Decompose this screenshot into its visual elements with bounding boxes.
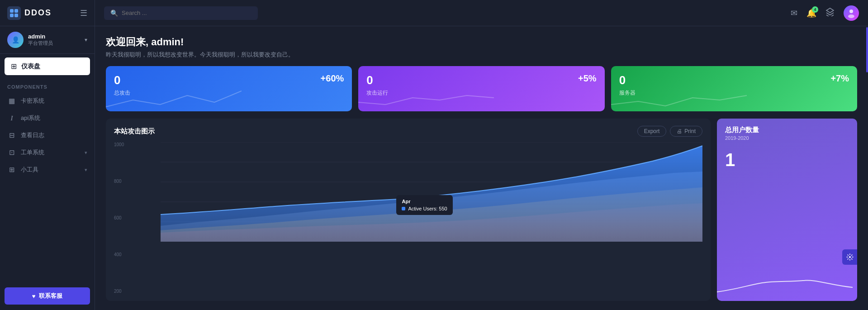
svg-rect-0: [10, 9, 14, 13]
stat-card-total-attacks: 0 总攻击 +60%: [106, 66, 352, 111]
user-role: 平台管理员: [28, 40, 80, 47]
user-details: admin 平台管理员: [28, 33, 80, 47]
logs-label: 查看日志: [21, 131, 83, 139]
print-label: Print: [684, 128, 696, 134]
stats-row: 0 总攻击 +60% 0 攻击运行 +5%: [106, 66, 857, 111]
user-info: 👤 admin 平台管理员 ▾: [0, 26, 95, 54]
user-count-title: 总用户数量: [725, 126, 849, 134]
avatar: 👤: [7, 32, 24, 48]
chart-actions: Export 🖨 Print: [637, 126, 702, 137]
export-label: Export: [644, 128, 660, 134]
logo-label: DDOS: [24, 8, 52, 18]
area-chart: [114, 142, 702, 242]
card-system-icon: ▦: [7, 97, 16, 105]
tools-label: 小工具: [21, 166, 80, 174]
sidebar-item-logs[interactable]: ⊟ 查看日志: [0, 127, 95, 144]
notification-button[interactable]: 🔔 4: [806, 8, 816, 18]
svg-point-4: [849, 10, 853, 13]
stat-card-running-attacks: 0 攻击运行 +5%: [358, 66, 604, 111]
dashboard-icon: ⊞: [11, 62, 17, 71]
tools-icon: ⊞: [7, 166, 16, 174]
notification-badge: 4: [812, 6, 818, 13]
welcome-subtitle: 昨天我很聪明，所以我想改变世界。今天我很聪明，所以我要改变自己。: [106, 51, 857, 59]
chart-title: 本站攻击图示: [114, 127, 155, 136]
user-count-panel: 总用户数量 2019-2020 1: [717, 119, 857, 301]
user-panel-chart: [717, 265, 853, 301]
user-count-number: 1: [725, 150, 849, 170]
y-axis: 1000 800 600 400 200: [114, 142, 132, 294]
hamburger-button[interactable]: ☰: [80, 8, 87, 18]
lower-row: 本站攻击图示 Export 🖨 Print 1000: [106, 119, 857, 301]
heart-icon: ♥: [32, 293, 36, 300]
y-label-400: 400: [114, 252, 132, 257]
user-count-year: 2019-2020: [725, 135, 849, 141]
svg-point-5: [848, 14, 854, 18]
chevron-down-icon: ▾: [85, 150, 87, 156]
tickets-label: 工单系统: [21, 148, 80, 157]
contact-label: 联系客服: [39, 292, 62, 300]
sidebar: DDOS ☰ 👤 admin 平台管理员 ▾ ⊞ 仪表盘 COMPONENTS …: [0, 0, 95, 310]
sidebar-logo: DDOS ☰: [0, 0, 95, 26]
topbar-right: ✉ 🔔 4: [791, 5, 859, 21]
logs-icon: ⊟: [7, 131, 16, 139]
chevron-down-icon: ▾: [85, 37, 87, 43]
search-box[interactable]: 🔍: [104, 6, 258, 20]
stat-pct-attacks: +60%: [321, 73, 344, 84]
api-system-icon: I: [7, 114, 16, 122]
stat-num-attacks: 0: [114, 73, 130, 87]
dashboard: 欢迎回来, admin! 昨天我很聪明，所以我想改变世界。今天我很聪明，所以我要…: [95, 26, 868, 310]
svg-rect-1: [14, 9, 18, 13]
stat-pct-servers: +7%: [830, 73, 849, 84]
contact-button[interactable]: ♥ 联系客服: [5, 287, 90, 305]
logo: DDOS: [7, 6, 52, 20]
mail-button[interactable]: ✉: [791, 8, 797, 18]
chevron-down-icon: ▾: [85, 167, 87, 173]
sidebar-item-tickets[interactable]: ⊡ 工单系统 ▾: [0, 144, 95, 161]
search-input[interactable]: [122, 10, 251, 16]
sidebar-item-card-system[interactable]: ▦ 卡密系统: [0, 92, 95, 110]
components-section-label: COMPONENTS: [0, 79, 95, 92]
user-name: admin: [28, 33, 80, 40]
svg-rect-3: [14, 14, 18, 17]
dashboard-label: 仪表盘: [21, 62, 40, 71]
export-button[interactable]: Export: [637, 126, 667, 137]
user-avatar-button[interactable]: [844, 5, 859, 21]
sidebar-item-api-system[interactable]: I api系统: [0, 110, 95, 127]
printer-icon: 🖨: [677, 128, 682, 134]
logo-icon: [7, 6, 21, 20]
stat-num-running: 0: [366, 73, 388, 87]
chart-panel: 本站攻击图示 Export 🖨 Print 1000: [106, 119, 711, 301]
card-system-label: 卡密系统: [21, 97, 83, 105]
right-accent-bar: [866, 27, 868, 72]
settings-button[interactable]: [842, 249, 857, 265]
y-label-200: 200: [114, 289, 132, 294]
stat-pct-running: +5%: [578, 73, 597, 84]
stat-num-servers: 0: [619, 73, 636, 87]
tickets-icon: ⊡: [7, 148, 16, 157]
svg-rect-2: [10, 14, 14, 17]
sidebar-item-dashboard[interactable]: ⊞ 仪表盘: [5, 57, 90, 75]
y-label-1000: 1000: [114, 142, 132, 147]
topbar: 🔍 ✉ 🔔 4: [95, 0, 868, 26]
layers-button[interactable]: [825, 7, 835, 19]
main-content: 🔍 ✉ 🔔 4 欢迎回来, ad: [95, 0, 868, 310]
welcome-section: 欢迎回来, admin! 昨天我很聪明，所以我想改变世界。今天我很聪明，所以我要…: [106, 35, 857, 59]
y-label-800: 800: [114, 179, 132, 184]
stat-card-servers: 0 服务器 +7%: [611, 66, 857, 111]
api-system-label: api系统: [21, 114, 83, 122]
search-icon: 🔍: [110, 10, 118, 17]
sidebar-item-tools[interactable]: ⊞ 小工具 ▾: [0, 161, 95, 178]
y-label-600: 600: [114, 215, 132, 220]
chart-header: 本站攻击图示 Export 🖨 Print: [114, 126, 702, 137]
print-button[interactable]: 🖨 Print: [670, 126, 702, 137]
welcome-title: 欢迎回来, admin!: [106, 35, 857, 49]
chart-area: 1000 800 600 400 200: [114, 142, 702, 294]
